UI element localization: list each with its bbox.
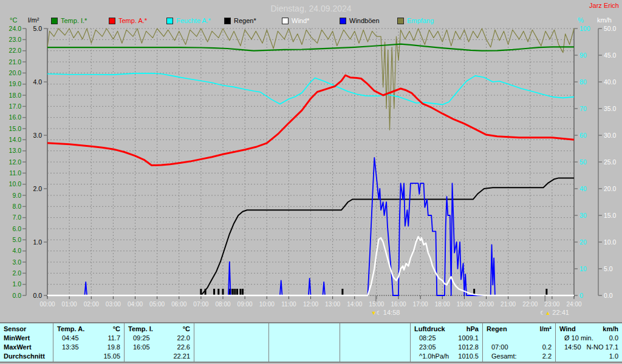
axis-tick-label: 20.0 — [604, 185, 617, 192]
table-cell-value: 11.7 — [108, 334, 120, 343]
x-axis-label: 16:00 — [391, 301, 406, 308]
weather-station-screen: Dienstag, 24.09.2024 Jarz Erich °C l/m² … — [0, 0, 622, 364]
x-axis-label: 05:00 — [149, 301, 165, 308]
table-cell-value: 19.8 — [108, 343, 120, 352]
y-axis-temp: 0.01.02.03.04.05.06.07.08.09.010.011.012… — [9, 25, 26, 299]
table-column-name: Temp. A. — [57, 325, 84, 334]
weather-chart: 0.01.02.03.04.05.06.07.08.09.010.011.012… — [0, 0, 622, 322]
table-row-label: MaxWert — [4, 343, 32, 352]
table-row-label: Sensor — [4, 325, 26, 334]
x-axis-label: 08:00 — [215, 301, 230, 308]
table-cell-time: Ø 10 min. — [559, 334, 593, 343]
x-axis-label: 03:00 — [106, 301, 121, 308]
table-cell-time — [273, 352, 278, 361]
x-axis-label: 10:00 — [259, 301, 275, 308]
axis-tick-label: 8.0 — [12, 203, 21, 210]
table-row-label: Durchschnitt — [4, 352, 45, 361]
rain-event-bar — [236, 289, 238, 295]
table-cell-time — [128, 352, 133, 361]
axis-tick-label: 0.0 — [604, 292, 613, 299]
table-cell-time: 08:25 — [414, 334, 436, 343]
axis-tick-label: 50 — [579, 158, 587, 166]
axis-tick-label: 40.0 — [604, 78, 617, 86]
x-axis-label: 24:00 — [566, 301, 581, 308]
table-column-luftdruck: LuftdruckhPa08:251009.123:051012.8^1.0hP… — [410, 323, 482, 362]
axis-tick-label: 16.0 — [9, 113, 22, 121]
axis-tick-label: 90 — [579, 52, 587, 59]
x-axis-label: 14:00 — [347, 301, 362, 308]
x-axis-label: 12:00 — [303, 301, 318, 308]
table-cell-time — [344, 343, 349, 352]
axis-tick-label: 0.0 — [33, 292, 42, 299]
table-cell-value: 15.05 — [103, 352, 120, 361]
axis-tick-label: 10.0 — [9, 180, 22, 187]
table-column-name: Regen — [487, 325, 507, 334]
axis-tick-label: 2.0 — [33, 185, 42, 192]
table-column-name: Temp. I. — [128, 325, 153, 334]
table-cell-time: 07:00 — [487, 343, 508, 352]
table-column-temp-a: Temp. A.°C04:4511.713:3519.815.05 — [53, 323, 124, 362]
axis-tick-label: 40 — [579, 185, 587, 192]
table-column-unit: km/h — [603, 325, 618, 334]
axis-tick-label: 15.0 — [604, 212, 617, 219]
table-cell-time: Gesamt: — [487, 352, 517, 361]
axis-tick-label: 20.0 — [9, 69, 22, 76]
axis-tick-label: 5.0 — [604, 265, 613, 272]
x-axis-label: 17:00 — [413, 301, 428, 308]
axis-tick-label: 24.0 — [9, 25, 22, 32]
rain-event-bar — [545, 289, 547, 295]
table-cell-time: 04:45 — [57, 334, 79, 343]
rain-event-bar — [234, 289, 236, 295]
axis-tick-label: 4.0 — [33, 78, 42, 86]
table-cell-value: 22.0 — [177, 334, 190, 343]
axis-tick-label: 30.0 — [604, 132, 617, 139]
axis-tick-label: 23.0 — [9, 36, 22, 43]
table-cell-time — [198, 334, 203, 343]
table-cell-time — [273, 343, 278, 352]
x-axis-label: 09:00 — [238, 301, 253, 308]
table-cell-time: ^1.0hPa/h — [414, 352, 449, 361]
gridlines — [47, 29, 574, 295]
table-column-unit: hPa — [466, 325, 479, 334]
x-axis-label: 00:00 — [39, 301, 55, 308]
x-axis-label: 02:00 — [84, 301, 99, 308]
y-axis-humidity: 0102030405060708090100 — [574, 25, 590, 299]
axis-tick-label: 25.0 — [604, 158, 617, 166]
table-column-name: Luftdruck — [414, 325, 445, 334]
axis-tick-label: 5.0 — [33, 25, 42, 32]
table-cell-value: N-NO 17.1 — [586, 343, 618, 352]
axis-tick-label: 1.0 — [33, 238, 42, 246]
axis-tick-label: 100 — [579, 25, 590, 32]
table-cell-time: 16:05 — [128, 343, 150, 352]
table-column-empty — [340, 323, 410, 362]
axis-tick-label: 18.0 — [9, 92, 22, 99]
table-cell-value: 22.21 — [173, 352, 190, 361]
stats-table: SensorMinWertMaxWertDurchschnittTemp. A.… — [0, 322, 622, 363]
table-cell-time: 23:05 — [414, 343, 436, 352]
axis-tick-label: 6.0 — [12, 225, 21, 232]
x-axis-label: 23:00 — [544, 301, 559, 308]
axis-tick-label: 5.0 — [12, 236, 21, 243]
table-cell-value: 22.6 — [177, 343, 190, 352]
table-column-wind: Windkm/hØ 10 min.0.014:50N-NO 17.11.0 — [555, 323, 622, 362]
axis-tick-label: 13.0 — [9, 147, 22, 154]
table-cell-time — [198, 352, 203, 361]
axis-tick-label: 21.0 — [9, 58, 22, 66]
axis-tick-label: 20 — [579, 238, 587, 246]
x-axis-label: 21:00 — [501, 301, 516, 308]
axis-tick-label: 10.0 — [604, 238, 617, 246]
table-cell-time: 14:50 — [559, 343, 581, 352]
axis-tick-label: 9.0 — [12, 192, 21, 199]
axis-tick-label: 17.0 — [9, 103, 22, 110]
axis-tick-label: 12.0 — [9, 158, 22, 166]
axis-tick-label: 2.0 — [12, 269, 21, 277]
axis-tick-label: 4.0 — [12, 247, 21, 254]
x-axis-label: 18:00 — [435, 301, 450, 308]
table-cell-value: 1012.8 — [458, 343, 479, 352]
rain-event-bar — [239, 289, 241, 295]
axis-tick-label: 35.0 — [604, 105, 617, 112]
x-axis-label: 20:00 — [479, 301, 494, 308]
moonrise-icon: ☾▲ 22:41 — [540, 309, 569, 316]
table-cell-value: 1009.1 — [458, 334, 479, 343]
table-cell-time: 09:25 — [128, 334, 150, 343]
